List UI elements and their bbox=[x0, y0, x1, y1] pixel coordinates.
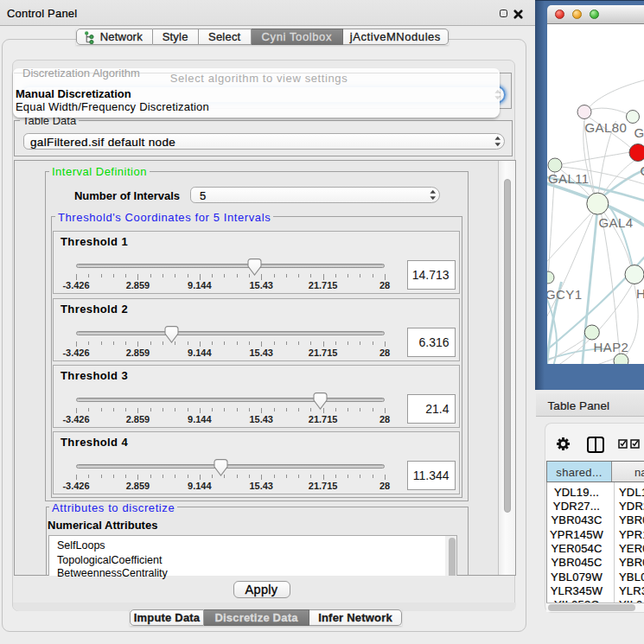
svg-text:GA: GA bbox=[634, 125, 644, 140]
svg-text:GCY1: GCY1 bbox=[547, 287, 582, 302]
svg-text:C: C bbox=[640, 163, 644, 178]
svg-text:GAL80: GAL80 bbox=[584, 120, 627, 135]
svg-text:HAP2: HAP2 bbox=[593, 340, 628, 354]
svg-text:GAL11: GAL11 bbox=[548, 171, 590, 186]
svg-text:H: H bbox=[636, 286, 644, 301]
svg-text:GAL4: GAL4 bbox=[598, 215, 633, 230]
